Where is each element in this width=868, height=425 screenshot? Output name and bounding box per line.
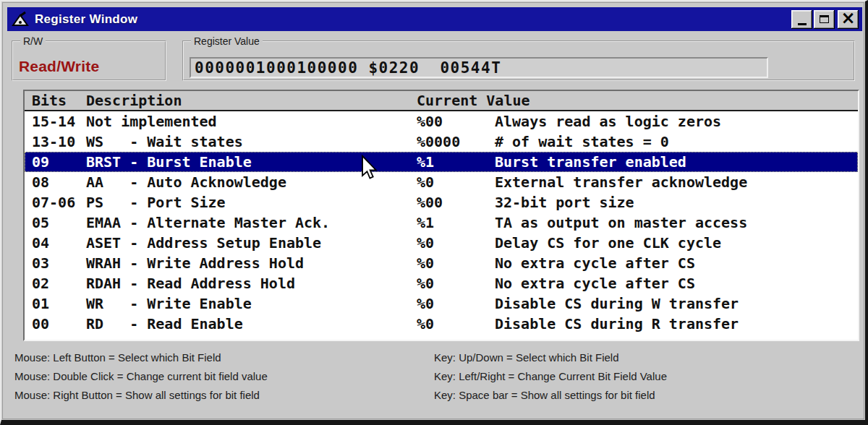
table-row[interactable]: 13-10 WS - Wait states %0000 # of wait s… — [25, 132, 858, 152]
table-row[interactable]: 02 RDAH - Read Address Hold %0 No extra … — [25, 273, 858, 293]
row-meaning: TA as output on master access — [495, 212, 858, 233]
row-value: %00 — [417, 111, 495, 132]
row-bits: 15-14 — [25, 111, 86, 132]
table-row[interactable]: 05 EMAA - Alternate Master Ack. %1 TA as… — [25, 212, 858, 233]
row-description: WS - Wait states — [86, 132, 417, 152]
register-value-label: Register Value — [191, 35, 263, 47]
register-value-groupbox: Register Value 0000001000100000 $0220 00… — [182, 40, 855, 81]
row-value: %1 — [417, 152, 495, 172]
register-value-field[interactable]: 0000001000100000 $0220 00544T — [190, 57, 768, 78]
rw-status-value: Read/Write — [19, 58, 99, 75]
row-description: WR - Write Enable — [86, 293, 417, 314]
help-line: Key: Space bar = Show all settings for b… — [434, 386, 667, 405]
register-window: Register Window × R/W Read/Write Registe… — [0, 0, 868, 425]
table-row[interactable]: 04 ASET - Address Setup Enable %0 Delay … — [25, 233, 858, 253]
row-description: RD - Read Enable — [86, 314, 417, 334]
maximize-icon — [820, 15, 829, 23]
rw-group-label: R/W — [20, 35, 46, 47]
row-meaning: # of wait states = 0 — [495, 132, 858, 152]
row-bits: 07-06 — [25, 192, 86, 212]
row-description: ASET - Address Setup Enable — [86, 233, 417, 253]
row-meaning: Always read as logic zeros — [495, 111, 858, 132]
maximize-button[interactable] — [814, 10, 835, 29]
row-bits: 00 — [25, 314, 86, 334]
minimize-icon — [798, 23, 807, 25]
app-logo-icon[interactable] — [11, 11, 30, 28]
row-value: %0 — [417, 172, 495, 192]
close-button[interactable]: × — [838, 10, 859, 29]
help-line: Mouse: Double Click = Change current bit… — [14, 367, 268, 386]
header-bits: Bits — [25, 91, 86, 110]
row-meaning: No extra cycle after CS — [495, 253, 858, 273]
row-value: %00 — [417, 192, 495, 212]
row-bits: 05 — [25, 212, 86, 233]
row-meaning: Burst transfer enabled — [495, 152, 858, 172]
row-bits: 01 — [25, 293, 86, 314]
close-icon: × — [841, 11, 855, 25]
row-description: EMAA - Alternate Master Ack. — [86, 212, 417, 233]
row-description: PS - Port Size — [86, 192, 417, 212]
header-description: Description — [86, 91, 417, 110]
row-value: %0000 — [417, 132, 495, 152]
row-bits: 13-10 — [25, 132, 86, 152]
help-line: Mouse: Right Button = Show all settings … — [14, 386, 268, 405]
table-row[interactable]: 00 RD - Read Enable %0 Disable CS during… — [25, 314, 858, 334]
row-value: %1 — [417, 212, 495, 233]
window-controls: × — [790, 10, 859, 29]
row-meaning: No extra cycle after CS — [495, 273, 858, 293]
help-line: Key: Left/Right = Change Current Bit Fie… — [434, 367, 667, 386]
bitfield-table: Bits Description Current Value 15-14 Not… — [23, 90, 859, 341]
row-description: Not implemented — [86, 111, 417, 132]
row-bits: 02 — [25, 273, 86, 293]
table-row[interactable]: 09 BRST - Burst Enable %1 Burst transfer… — [25, 152, 858, 172]
window-title: Register Window — [35, 12, 137, 27]
row-bits: 09 — [25, 152, 86, 172]
header-current-value: Current Value — [417, 91, 858, 110]
table-row[interactable]: 15-14 Not implemented %00 Always read as… — [25, 111, 858, 132]
table-row[interactable]: 03 WRAH - Write Address Hold %0 No extra… — [25, 253, 858, 273]
key-help-text: Key: Up/Down = Select which Bit FieldKey… — [434, 348, 667, 405]
row-description: BRST - Burst Enable — [86, 152, 417, 172]
row-meaning: Disable CS during W transfer — [495, 293, 858, 314]
row-description: AA - Auto Acknowledge — [86, 172, 417, 192]
minimize-button[interactable] — [791, 10, 812, 29]
mouse-help-text: Mouse: Left Button = Select which Bit Fi… — [14, 348, 268, 405]
register-value-text: 0000001000100000 $0220 00544T — [191, 59, 501, 77]
rw-groupbox: R/W Read/Write — [12, 40, 166, 81]
row-value: %0 — [417, 233, 495, 253]
row-description: RDAH - Read Address Hold — [86, 273, 417, 293]
row-description: WRAH - Write Address Hold — [86, 253, 417, 273]
row-bits: 04 — [25, 233, 86, 253]
row-value: %0 — [417, 293, 495, 314]
table-rows: 15-14 Not implemented %00 Always read as… — [25, 111, 858, 334]
row-value: %0 — [417, 253, 495, 273]
row-meaning: Delay CS for one CLK cycle — [495, 233, 858, 253]
row-meaning: 32-bit port size — [495, 192, 858, 212]
row-bits: 08 — [25, 172, 86, 192]
row-bits: 03 — [25, 253, 86, 273]
help-line: Mouse: Left Button = Select which Bit Fi… — [14, 348, 268, 367]
row-meaning: Disable CS during R transfer — [495, 314, 858, 334]
table-row[interactable]: 01 WR - Write Enable %0 Disable CS durin… — [25, 293, 858, 314]
table-row[interactable]: 08 AA - Auto Acknowledge %0 External tra… — [25, 172, 858, 192]
row-value: %0 — [417, 273, 495, 293]
help-line: Key: Up/Down = Select which Bit Field — [434, 348, 667, 367]
table-header-row: Bits Description Current Value — [25, 91, 858, 111]
table-row[interactable]: 07-06 PS - Port Size %00 32-bit port siz… — [25, 192, 858, 212]
title-bar: Register Window × — [7, 7, 862, 31]
row-value: %0 — [417, 314, 495, 334]
row-meaning: External transfer acknowledge — [495, 172, 858, 192]
